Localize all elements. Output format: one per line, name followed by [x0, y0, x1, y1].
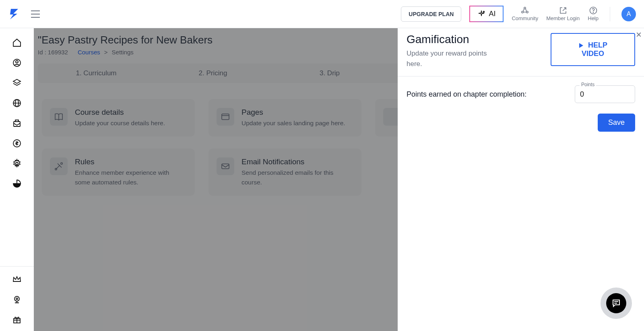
- sidebar-divider: [0, 266, 34, 267]
- sidebar-chart[interactable]: [8, 175, 26, 192]
- drawer-title: Gamification: [407, 33, 495, 46]
- drawer-subtitle: Update your reward points here.: [407, 48, 495, 69]
- sidebar-home[interactable]: [8, 34, 26, 52]
- drawer-header: Gamification Update your reward points h…: [398, 28, 644, 77]
- ai-button[interactable]: AI: [469, 6, 504, 22]
- save-row: Save: [407, 114, 635, 132]
- chat-launcher[interactable]: [601, 288, 632, 319]
- sidebar-money[interactable]: [8, 134, 26, 152]
- member-login-label: Member Login: [546, 15, 580, 21]
- save-button[interactable]: Save: [598, 114, 635, 132]
- menu-toggle-icon[interactable]: [31, 10, 40, 18]
- sidebar-globe[interactable]: [8, 94, 26, 112]
- gamification-drawer: × Gamification Update your reward points…: [398, 28, 644, 331]
- help-video-line2: VIDEO: [582, 50, 604, 58]
- svg-point-21: [16, 298, 18, 300]
- sidebar: [0, 28, 34, 331]
- svg-line-9: [563, 8, 566, 11]
- sidebar-webcam[interactable]: [8, 291, 26, 308]
- help-video-line1: HELP: [588, 41, 607, 50]
- member-login-link[interactable]: Member Login: [546, 6, 580, 21]
- points-row: Points earned on chapter completion: Poi…: [407, 85, 635, 103]
- drawer-body: Points earned on chapter completion: Poi…: [398, 77, 644, 141]
- chat-icon: [606, 293, 626, 313]
- sidebar-settings[interactable]: [8, 155, 26, 172]
- upgrade-plan-button[interactable]: UPGRADE PLAN: [401, 6, 461, 22]
- help-label: Help: [588, 15, 599, 21]
- header: UPGRADE PLAN AI Community Member Login H…: [0, 0, 644, 28]
- community-link[interactable]: Community: [512, 6, 538, 21]
- points-field-wrap: Points: [575, 85, 635, 103]
- svg-point-11: [593, 12, 593, 12]
- svg-line-6: [523, 9, 524, 12]
- svg-line-7: [526, 9, 527, 12]
- svg-point-20: [14, 296, 19, 301]
- community-label: Community: [512, 15, 538, 21]
- external-link-icon: [559, 6, 567, 14]
- sidebar-crown[interactable]: [8, 271, 26, 288]
- user-avatar[interactable]: A: [621, 7, 636, 21]
- play-icon: [578, 43, 584, 48]
- ai-label: AI: [489, 10, 495, 18]
- header-left: [8, 8, 40, 21]
- sidebar-layers[interactable]: [8, 74, 26, 92]
- svg-point-13: [16, 61, 18, 63]
- sidebar-profile[interactable]: [8, 54, 26, 72]
- help-video-button[interactable]: HELP VIDEO: [551, 33, 635, 66]
- app-logo[interactable]: [8, 8, 21, 21]
- help-icon: [589, 6, 597, 14]
- header-divider: [610, 7, 610, 21]
- points-input[interactable]: [575, 85, 635, 103]
- help-link[interactable]: Help: [588, 6, 599, 21]
- share-icon: [521, 6, 529, 14]
- sidebar-inbox[interactable]: [8, 114, 26, 132]
- close-icon[interactable]: ×: [636, 30, 642, 39]
- points-legend: Points: [580, 82, 596, 87]
- points-label: Points earned on chapter completion:: [407, 90, 526, 99]
- sidebar-gift[interactable]: [8, 311, 26, 329]
- sparkle-icon: [477, 10, 485, 18]
- svg-point-19: [16, 162, 18, 165]
- header-right: UPGRADE PLAN AI Community Member Login H…: [401, 6, 636, 22]
